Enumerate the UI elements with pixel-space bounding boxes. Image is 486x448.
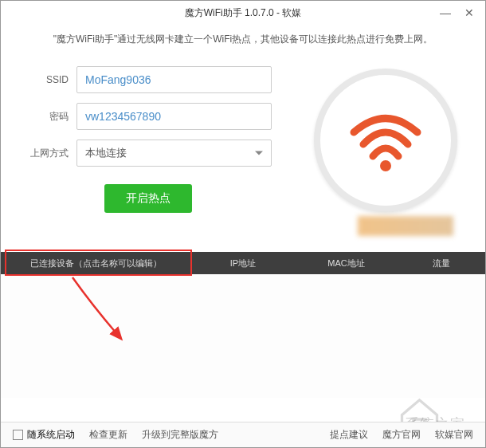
minimize-button[interactable]: — xyxy=(433,1,457,25)
password-row: 密码 xyxy=(25,103,272,130)
suggest-link[interactable]: 提点建议 xyxy=(330,428,368,442)
device-table-body xyxy=(1,274,485,398)
check-update-link[interactable]: 检查更新 xyxy=(89,428,127,442)
column-traffic: 流量 xyxy=(398,257,485,269)
column-ip: IP地址 xyxy=(191,257,295,269)
ssid-row: SSID xyxy=(25,66,272,93)
wifi-status-icon xyxy=(314,69,457,212)
method-select[interactable]: 本地连接 xyxy=(76,140,272,167)
method-value: 本地连接 xyxy=(85,146,127,160)
autostart-label: 随系统启动 xyxy=(27,428,75,442)
window-title: 魔方WiFi助手 1.0.7.0 - 软媒 xyxy=(185,6,302,20)
window-controls: — ✕ xyxy=(433,1,481,25)
checkbox-icon xyxy=(13,430,23,440)
column-device: 已连接设备（点击名称可以编辑） xyxy=(1,257,191,269)
footer-right: 提点建议 魔方官网 软媒官网 xyxy=(330,428,473,442)
chevron-down-icon xyxy=(255,151,263,155)
method-row: 上网方式 本地连接 xyxy=(25,140,272,167)
wifi-icon xyxy=(346,100,425,180)
form-fields: SSID 密码 上网方式 本地连接 开启热点 xyxy=(25,66,272,213)
svg-point-0 xyxy=(380,160,391,171)
autostart-checkbox[interactable]: 随系统启动 xyxy=(13,428,75,442)
ssid-input[interactable] xyxy=(76,66,272,93)
official2-link[interactable]: 软媒官网 xyxy=(435,428,473,442)
blurred-watermark xyxy=(358,216,453,236)
start-hotspot-button[interactable]: 开启热点 xyxy=(104,184,192,213)
method-label: 上网方式 xyxy=(25,147,76,160)
password-input[interactable] xyxy=(76,103,272,130)
official1-link[interactable]: 魔方官网 xyxy=(382,428,421,442)
device-table-header: 已连接设备（点击名称可以编辑） IP地址 MAC地址 流量 xyxy=(1,252,485,274)
app-description: "魔方WiFi助手"通过无线网卡建立一个WiFi热点，其他设备可以连接此热点进行… xyxy=(25,33,461,46)
app-window: 魔方WiFi助手 1.0.7.0 - 软媒 — ✕ "魔方WiFi助手"通过无线… xyxy=(0,0,486,448)
ssid-label: SSID xyxy=(25,74,76,85)
upgrade-link[interactable]: 升级到完整版魔方 xyxy=(142,428,218,442)
column-mac: MAC地址 xyxy=(295,257,398,269)
password-label: 密码 xyxy=(25,110,76,124)
footer-bar: 随系统启动 检查更新 升级到完整版魔方 提点建议 魔方官网 软媒官网 xyxy=(1,422,485,447)
close-button[interactable]: ✕ xyxy=(457,1,481,25)
titlebar: 魔方WiFi助手 1.0.7.0 - 软媒 — ✕ xyxy=(1,1,485,25)
